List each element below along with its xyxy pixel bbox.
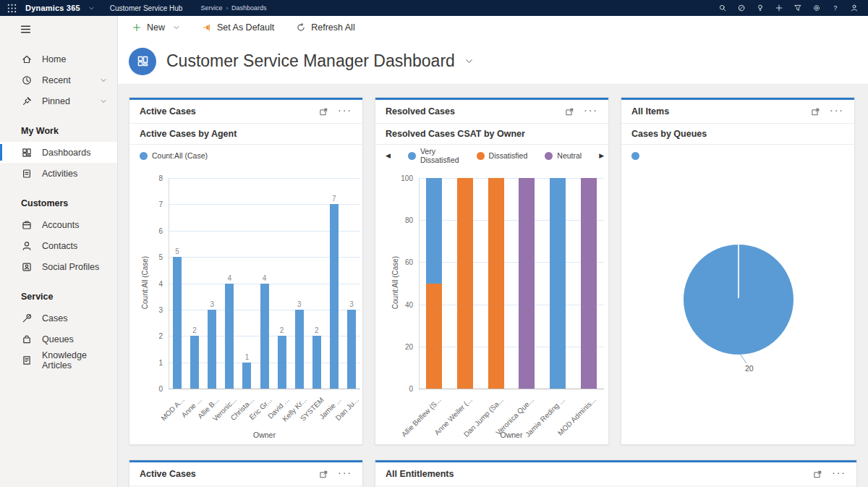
chart-title: Cases by Queues: [621, 124, 854, 145]
refresh-all-button[interactable]: Refresh All: [296, 22, 354, 33]
bar-segment[interactable]: [457, 178, 473, 389]
bar[interactable]: [330, 204, 339, 389]
sidebar-item-label: Accounts: [42, 220, 79, 230]
bar[interactable]: [242, 363, 251, 389]
sidebar-item-label: Contacts: [42, 241, 77, 251]
bar-segment[interactable]: [519, 178, 535, 389]
set-as-default-button[interactable]: Set As Default: [202, 22, 274, 33]
filter-icon[interactable]: [788, 0, 807, 16]
legend-item[interactable]: Count:All (Case): [140, 151, 208, 160]
stacked-bar[interactable]: [519, 178, 535, 389]
card-active-cases: Active Cases ··· Active Cases by Agent C…: [129, 97, 363, 445]
bar-segment[interactable]: [550, 178, 566, 389]
sidebar-item-home[interactable]: Home: [0, 48, 117, 69]
bar-value-label: 3: [210, 300, 214, 308]
help-icon[interactable]: ?: [826, 0, 845, 16]
card-title: Active Cases: [140, 106, 196, 117]
card-title: Active Cases: [140, 469, 196, 479]
more-icon[interactable]: ···: [338, 106, 352, 117]
more-icon[interactable]: ···: [584, 106, 598, 117]
sidebar-item-contacts[interactable]: Contacts: [0, 235, 117, 256]
chevron-down-icon[interactable]: [88, 5, 95, 12]
new-button[interactable]: New: [132, 22, 180, 33]
stacked-bar[interactable]: [581, 178, 597, 389]
bar-segment[interactable]: [488, 178, 504, 389]
bar-segment[interactable]: [581, 178, 597, 389]
legend-item[interactable]: Very Dissatisfied: [408, 147, 459, 164]
command-label: Refresh All: [311, 22, 354, 33]
sidebar-item-label: Pinned: [42, 96, 70, 106]
legend-item[interactable]: Neutral: [545, 151, 582, 160]
more-icon[interactable]: ···: [830, 106, 844, 117]
bar[interactable]: [208, 310, 216, 389]
compass-icon[interactable]: [732, 0, 751, 16]
enlarge-icon[interactable]: [319, 470, 328, 479]
bar-value-label: 2: [280, 326, 284, 334]
chevron-down-icon[interactable]: [464, 56, 474, 66]
command-bar: NewSet As DefaultRefresh All: [118, 16, 868, 38]
bar[interactable]: [347, 310, 356, 389]
sidebar-item-dashboards[interactable]: Dashboards: [0, 142, 117, 163]
y-tick-label: 8: [141, 174, 163, 182]
hamburger-menu-icon[interactable]: [0, 16, 117, 40]
y-tick-label: 100: [391, 174, 413, 182]
bar[interactable]: [312, 336, 321, 389]
breadcrumb-dashboards[interactable]: Dashboards: [231, 4, 267, 12]
settings-icon[interactable]: [807, 0, 826, 16]
legend-next-icon[interactable]: ▶: [599, 152, 604, 159]
legend-prev-icon[interactable]: ◀: [386, 152, 391, 159]
sidebar-item-pinned[interactable]: Pinned: [0, 90, 117, 111]
sidebar-item-recent[interactable]: Recent: [0, 69, 117, 90]
legend-item[interactable]: [631, 152, 639, 160]
bar[interactable]: [260, 284, 269, 389]
bar[interactable]: [173, 257, 182, 389]
enlarge-icon[interactable]: [811, 107, 820, 117]
stacked-bar-chart-resolved-cases: 020406080100Count:All (Case)Allie Bellew…: [375, 166, 608, 444]
enlarge-icon[interactable]: [813, 470, 822, 479]
bar-chart-active-cases: 012345678Count:All (Case)MOD A...Anne ..…: [129, 166, 362, 444]
bar[interactable]: [190, 336, 199, 389]
account-icon[interactable]: [845, 0, 864, 16]
bar[interactable]: [225, 284, 234, 389]
card-all-items: All Items ··· Cases by Queues 20: [621, 97, 855, 445]
bar-segment[interactable]: [426, 178, 442, 284]
pie-callout-line: [740, 354, 746, 363]
clock-icon: [21, 75, 33, 86]
sidebar-item-cases[interactable]: Cases: [0, 308, 117, 329]
x-axis-title: Owner: [419, 431, 604, 439]
sidebar-item-accounts[interactable]: Accounts: [0, 214, 117, 235]
sidebar-item-knowledge-articles[interactable]: Knowledge Articles: [0, 350, 117, 370]
stacked-bar[interactable]: [457, 178, 473, 389]
stacked-bar[interactable]: [550, 178, 566, 389]
sidebar-item-activities[interactable]: Activities: [0, 163, 117, 184]
sidebar-item-label: Knowledge Articles: [42, 350, 117, 370]
sidebar-item-social-profiles[interactable]: Social Profiles: [0, 256, 117, 277]
legend-dot-icon: [140, 152, 148, 160]
app-name-label[interactable]: Customer Service Hub: [110, 4, 183, 12]
bar[interactable]: [295, 310, 304, 389]
contacts-icon: [21, 240, 33, 252]
more-icon[interactable]: ···: [338, 469, 352, 479]
chart-legend: ◀Very DissatisfiedDissatisfiedNeutral▶: [375, 145, 608, 166]
enlarge-icon[interactable]: [565, 107, 574, 117]
enlarge-icon[interactable]: [319, 107, 328, 117]
page-title: Customer Service Manager Dashboard: [166, 51, 455, 71]
legend-item[interactable]: Dissatisfied: [477, 151, 528, 160]
stacked-bar[interactable]: [488, 178, 504, 389]
bar-value-label: 7: [332, 195, 336, 203]
pin-icon: [21, 96, 33, 107]
bar-segment[interactable]: [426, 284, 442, 389]
stacked-bar[interactable]: [426, 178, 442, 389]
breadcrumb-service[interactable]: Service: [200, 4, 222, 12]
add-icon[interactable]: [770, 0, 788, 16]
command-label: New: [147, 22, 165, 33]
search-icon[interactable]: [713, 0, 732, 16]
sidebar-item-queues[interactable]: Queues: [0, 329, 117, 350]
more-icon[interactable]: ···: [832, 469, 846, 479]
lightbulb-icon[interactable]: [751, 0, 770, 16]
waffle-icon[interactable]: [7, 3, 17, 14]
bar[interactable]: [278, 336, 286, 389]
card-active-cases-bottom: Active Cases ···: [129, 460, 363, 487]
brand-label[interactable]: Dynamics 365: [25, 4, 80, 12]
svg-text:?: ?: [834, 4, 838, 12]
